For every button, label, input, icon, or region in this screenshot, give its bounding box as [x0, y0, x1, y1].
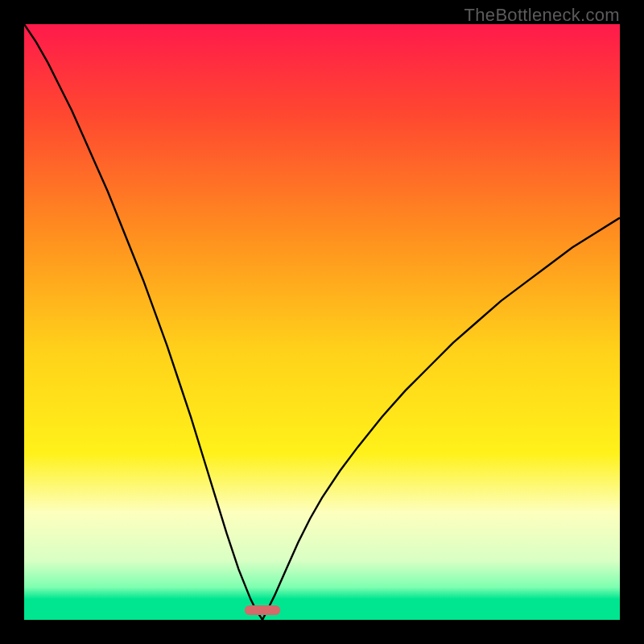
min-marker [245, 605, 280, 615]
chart-svg [24, 24, 620, 620]
gradient-bg [24, 24, 620, 620]
chart-frame: TheBottleneck.com [0, 0, 644, 644]
plot-area [24, 24, 620, 620]
watermark: TheBottleneck.com [464, 5, 620, 26]
